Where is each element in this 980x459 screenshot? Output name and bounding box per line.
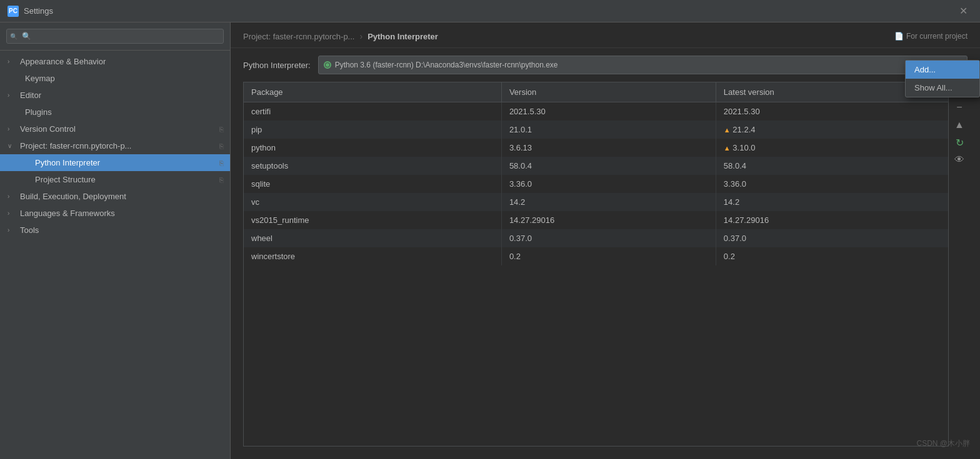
title-bar-left: PC Settings (8, 6, 53, 17)
sidebar-item-label: Project Structure (35, 175, 96, 184)
package-latest-version: 14.27.29016 (716, 211, 948, 229)
dropdown-item-show-all[interactable]: Show All... (906, 79, 979, 97)
packages-tbody: certifi2021.5.302021.5.30pip21.0.1▲ 21.2… (244, 102, 948, 266)
sidebar: › Appearance & Behavior Keymap › Editor … (0, 22, 231, 459)
table-row[interactable]: wincertstore0.20.2 (244, 247, 948, 265)
refresh-button[interactable]: ↻ (951, 134, 968, 151)
sidebar-item-label: Python Interpreter (35, 158, 100, 167)
package-version: 3.6.13 (501, 139, 716, 157)
window-title: Settings (24, 6, 53, 16)
status-dot-icon (324, 61, 331, 69)
package-version: 2021.5.30 (501, 102, 716, 121)
packages-area: Package Version Latest version certifi20… (231, 82, 980, 459)
package-name: python (244, 139, 501, 157)
table-row[interactable]: setuptools58.0.458.0.4 (244, 157, 948, 175)
content-area: Project: faster-rcnn.pytorch-p... › Pyth… (231, 22, 980, 459)
sidebar-item-python-interpreter[interactable]: Python Interpreter ⎘ (0, 154, 230, 171)
sidebar-item-label: Build, Execution, Deployment (20, 192, 126, 201)
package-version: 0.37.0 (501, 229, 716, 247)
package-version: 14.2 (501, 193, 716, 211)
for-current-project: 📄 For current project (894, 32, 968, 41)
package-version: 0.2 (501, 247, 716, 265)
dropdown-item-add[interactable]: Add... (906, 61, 979, 79)
table-row[interactable]: python3.6.13▲ 3.10.0 (244, 139, 948, 157)
chevron-right-icon: › (8, 126, 16, 132)
sidebar-item-appearance[interactable]: › Appearance & Behavior (0, 53, 230, 70)
package-name: vc (244, 193, 501, 211)
sidebar-item-label: Tools (20, 225, 39, 235)
interpreter-select-box[interactable]: Python 3.6 (faster-rcnn) D:\Anaconda3\en… (318, 56, 968, 74)
sidebar-item-plugins[interactable]: Plugins (0, 104, 230, 121)
file-icon: 📄 (894, 32, 904, 41)
package-name: setuptools (244, 157, 501, 175)
remove-package-button[interactable]: − (951, 99, 968, 116)
sidebar-item-label: Plugins (25, 107, 52, 117)
table-row[interactable]: sqlite3.36.03.36.0 (244, 175, 948, 193)
breadcrumb-separator: › (359, 31, 362, 41)
table-header: Package Version Latest version (244, 82, 948, 102)
sidebar-item-label: Project: faster-rcnn.pytorch-p... (20, 141, 131, 151)
breadcrumb: Project: faster-rcnn.pytorch-p... › Pyth… (231, 22, 980, 48)
sidebar-item-project[interactable]: ∨ Project: faster-rcnn.pytorch-p... ⎘ (0, 137, 230, 154)
chevron-right-icon: › (8, 210, 16, 217)
package-name: certifi (244, 102, 501, 121)
package-name: pip (244, 121, 501, 139)
package-name: wheel (244, 229, 501, 247)
package-latest-version: ▲ 21.2.4 (716, 121, 948, 139)
sidebar-item-editor[interactable]: › Editor (0, 87, 230, 104)
interpreter-value: Python 3.6 (faster-rcnn) D:\Anaconda3\en… (335, 61, 558, 69)
table-row[interactable]: vc14.214.2 (244, 193, 948, 211)
package-version: 14.27.29016 (501, 211, 716, 229)
nav-section: › Appearance & Behavior Keymap › Editor … (0, 51, 230, 241)
chevron-right-icon: › (8, 58, 16, 65)
sidebar-item-label: Languages & Frameworks (20, 209, 115, 218)
eye-button[interactable]: 👁 (951, 152, 968, 168)
app-icon: PC (8, 6, 19, 17)
sidebar-item-label: Keymap (25, 74, 55, 83)
col-package: Package (244, 82, 501, 102)
search-bar (0, 22, 230, 51)
title-bar: PC Settings ✕ (0, 0, 980, 22)
table-row[interactable]: pip21.0.1▲ 21.2.4 (244, 121, 948, 139)
watermark: CSDN @木小胖 (916, 438, 970, 449)
packages-table-wrapper: Package Version Latest version certifi20… (243, 82, 949, 447)
interpreter-dropdown-menu: Add... Show All... (905, 60, 980, 97)
sidebar-item-version-control[interactable]: › Version Control ⎘ (0, 121, 230, 137)
package-latest-version: 3.36.0 (716, 175, 948, 193)
sidebar-item-project-structure[interactable]: Project Structure ⎘ (0, 171, 230, 188)
table-row[interactable]: wheel0.37.00.37.0 (244, 229, 948, 247)
package-version: 3.36.0 (501, 175, 716, 193)
table-row[interactable]: vs2015_runtime14.27.2901614.27.29016 (244, 211, 948, 229)
breadcrumb-project[interactable]: Project: faster-rcnn.pytorch-p... (243, 32, 354, 41)
package-latest-version: 0.2 (716, 247, 948, 265)
package-latest-version: 2021.5.30 (716, 102, 948, 121)
chevron-down-icon: ∨ (8, 142, 16, 149)
sidebar-item-keymap[interactable]: Keymap (0, 70, 230, 87)
interpreter-select-wrapper: Python 3.6 (faster-rcnn) D:\Anaconda3\en… (318, 56, 968, 74)
col-version: Version (501, 82, 716, 102)
search-wrapper (6, 29, 224, 44)
sidebar-item-build-execution[interactable]: › Build, Execution, Deployment (0, 188, 230, 205)
search-input[interactable] (6, 29, 224, 44)
chevron-right-icon: › (8, 193, 16, 200)
main-layout: › Appearance & Behavior Keymap › Editor … (0, 22, 980, 459)
breadcrumb-current: Python Interpreter (368, 32, 438, 41)
table-row[interactable]: certifi2021.5.302021.5.30 (244, 102, 948, 121)
interpreter-label: Python Interpreter: (243, 61, 311, 70)
copy-icon: ⎘ (219, 142, 224, 150)
package-version: 21.0.1 (501, 121, 716, 139)
upgrade-arrow-icon: ▲ (724, 126, 731, 134)
side-actions: + − ▲ ↻ 👁 (949, 82, 968, 447)
package-latest-version: 0.37.0 (716, 229, 948, 247)
close-button[interactable]: ✕ (954, 2, 972, 19)
package-name: sqlite (244, 175, 501, 193)
upgrade-arrow-icon: ▲ (724, 144, 731, 152)
package-version: 58.0.4 (501, 157, 716, 175)
package-name: vs2015_runtime (244, 211, 501, 229)
for-project-label: For current project (906, 32, 968, 41)
package-latest-version: 58.0.4 (716, 157, 948, 175)
chevron-right-icon: › (8, 92, 16, 99)
sidebar-item-languages[interactable]: › Languages & Frameworks (0, 205, 230, 222)
upgrade-package-button[interactable]: ▲ (951, 117, 968, 133)
sidebar-item-tools[interactable]: › Tools (0, 222, 230, 239)
